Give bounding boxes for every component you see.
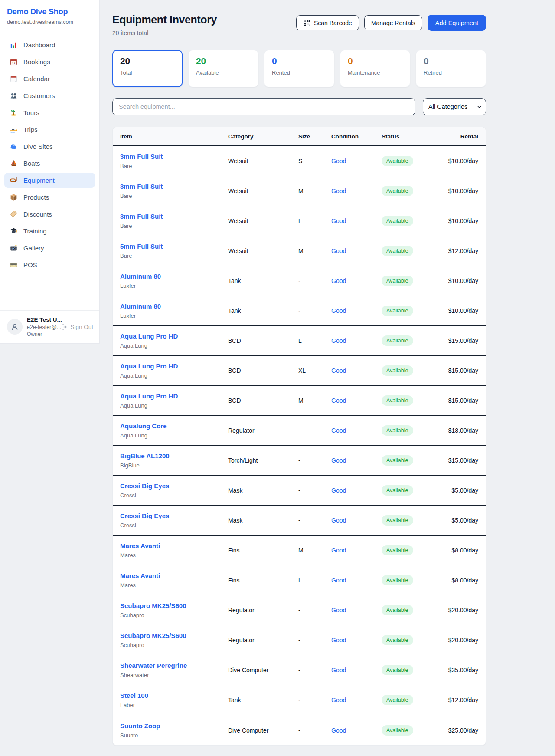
sidebar-item-label: Dashboard [23,41,55,49]
item-name-link[interactable]: 3mm Full Suit [120,183,163,190]
sidebar-item-tours[interactable]: Tours [4,105,95,120]
sidebar-item-dive-sites[interactable]: Dive Sites [4,139,95,154]
item-rental: $5.00/day [447,517,478,524]
item-name-link[interactable]: 3mm Full Suit [120,153,163,160]
item-size: M [298,397,331,404]
sidebar-item-bookings[interactable]: Bookings [4,54,95,69]
item-name-link[interactable]: Scubapro MK25/S600 [120,602,186,609]
item-name-link[interactable]: 3mm Full Suit [120,213,163,220]
manage-rentals-button[interactable]: Manage Rentals [364,15,422,30]
sidebar-item-boats[interactable]: Boats [4,156,95,171]
condition-link[interactable]: Good [331,187,346,194]
item-name-link[interactable]: Mares Avanti [120,542,160,549]
item-category: BCD [228,367,298,374]
item-name-link[interactable]: Aqualung Core [120,422,167,430]
scan-barcode-button[interactable]: Scan Barcode [296,15,359,30]
condition-link[interactable]: Good [331,277,346,284]
item-name-link[interactable]: Shearwater Peregrine [120,662,187,669]
stat-label: Available [196,69,251,76]
stat-card-maintenance[interactable]: 0 Maintenance [340,50,410,87]
condition-link[interactable]: Good [331,367,346,374]
condition-link[interactable]: Good [331,637,346,644]
brand-domain: demo.test.divestreams.com [7,19,92,25]
item-name-link[interactable]: Aqua Lung Pro HD [120,362,178,370]
condition-link[interactable]: Good [331,427,346,434]
item-size: M [298,547,331,554]
condition-link[interactable]: Good [331,727,346,734]
item-size: - [298,277,331,284]
dive-sites-icon [10,142,18,151]
sidebar-item-equipment[interactable]: Equipment [4,173,95,188]
condition-link[interactable]: Good [331,667,346,674]
item-name-link[interactable]: Cressi Big Eyes [120,512,169,519]
stat-card-retired[interactable]: 0 Retired [416,50,486,87]
sidebar-item-discounts[interactable]: Discounts [4,207,95,222]
add-equipment-button[interactable]: Add Equipment [428,15,486,31]
item-name-link[interactable]: Aluminum 80 [120,302,161,310]
sidebar-item-products[interactable]: Products [4,190,95,205]
sidebar-item-pos[interactable]: POS [4,257,95,273]
item-size: S [298,158,331,164]
item-name-link[interactable]: Aqua Lung Pro HD [120,332,178,340]
condition-link[interactable]: Good [331,517,346,524]
item-name-link[interactable]: Aluminum 80 [120,273,161,280]
condition-link[interactable]: Good [331,577,346,584]
sidebar-item-label: Boats [23,160,40,167]
column-header-item: Item [120,133,228,140]
sidebar-item-customers[interactable]: Customers [4,88,95,103]
stat-card-total[interactable]: 20 Total [112,50,183,87]
condition-link[interactable]: Good [331,397,346,404]
search-input[interactable] [112,98,415,115]
condition-link[interactable]: Good [331,158,346,164]
condition-link[interactable]: Good [331,487,346,494]
gallery-icon [10,244,18,252]
sidebar-item-trips[interactable]: Trips [4,122,95,137]
item-name-link[interactable]: BigBlue AL1200 [120,452,170,460]
stat-label: Total [120,69,175,76]
sidebar-item-dashboard[interactable]: Dashboard [4,37,95,53]
products-icon [10,193,18,201]
page-title: Equipment Inventory [112,13,217,26]
status-badge: Available [382,216,413,226]
item-name-link[interactable]: Scubapro MK25/S600 [120,632,186,639]
item-brand: Scubapro [120,642,228,648]
item-name-link[interactable]: Mares Avanti [120,572,160,579]
item-size: - [298,637,331,644]
table-row: Aluminum 80 Luxfer Tank - Good Available… [113,266,486,296]
brand-name[interactable]: Demo Dive Shop [7,7,92,16]
condition-link[interactable]: Good [331,307,346,314]
table-row: Cressi Big Eyes Cressi Mask - Good Avail… [113,476,486,506]
sidebar-item-gallery[interactable]: Gallery [4,240,95,256]
item-brand: Aqua Lung [120,432,228,439]
item-rental: $10.00/day [447,187,478,194]
category-select[interactable]: All Categories [423,98,486,115]
item-size: - [298,517,331,524]
status-badge: Available [382,515,413,526]
sidebar-item-calendar[interactable]: Calendar [4,71,95,86]
condition-link[interactable]: Good [331,337,346,344]
condition-link[interactable]: Good [331,607,346,614]
table-row: 3mm Full Suit Bare Wetsuit M Good Availa… [113,176,486,206]
item-name-link[interactable]: Suunto Zoop [120,722,160,730]
sidebar-item-training[interactable]: Training [4,224,95,239]
condition-link[interactable]: Good [331,697,346,703]
sign-out-button[interactable]: Sign Out [61,323,93,331]
condition-link[interactable]: Good [331,247,346,254]
stat-card-rented[interactable]: 0 Rented [264,50,334,87]
item-name-link[interactable]: Steel 100 [120,692,148,699]
condition-link[interactable]: Good [331,217,346,224]
item-rental: $8.00/day [447,547,478,554]
condition-link[interactable]: Good [331,457,346,464]
item-rental: $5.00/day [447,487,478,494]
stat-card-available[interactable]: 20 Available [188,50,258,87]
calendar-icon [10,75,18,83]
table-row: BigBlue AL1200 BigBlue Torch/Light - Goo… [113,446,486,476]
item-name-link[interactable]: Cressi Big Eyes [120,482,169,490]
sidebar-item-label: Dive Sites [23,143,53,150]
item-category: Dive Computer [228,727,298,734]
item-brand: Faber [120,702,228,708]
item-name-link[interactable]: Aqua Lung Pro HD [120,392,178,400]
item-brand: Shearwater [120,672,228,678]
item-name-link[interactable]: 5mm Full Suit [120,243,163,250]
condition-link[interactable]: Good [331,547,346,554]
